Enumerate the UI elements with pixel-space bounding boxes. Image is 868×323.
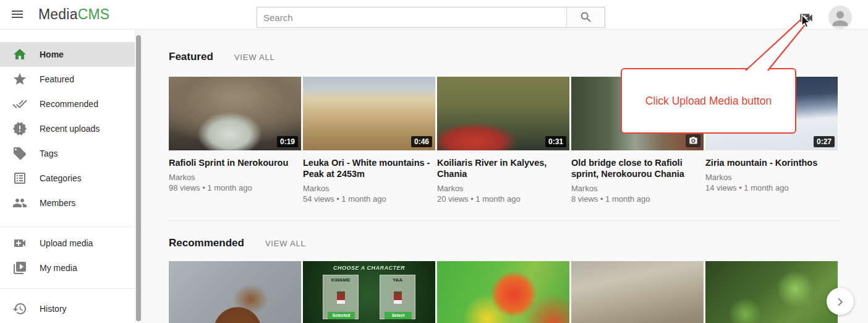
sidebar-item-home[interactable]: Home [0,42,135,67]
media-title[interactable]: Rafioli Sprint in Nerokourou [169,157,301,168]
video-thumbnail[interactable]: CHOOSE A CHARACTER KWAME Selected YAA Se… [303,261,435,323]
sidebar-item-my-media[interactable]: My media [0,256,135,280]
media-title[interactable]: Koiliaris River in Kalyves, Chania [437,157,569,179]
media-author[interactable]: Markos [169,172,301,183]
media-card[interactable]: 0:46 Leuka Ori - White mountains - Peak … [303,77,435,204]
callout-text: Click Upload Media button [645,95,772,108]
media-card[interactable]: CHOOSE A CHARACTER KWAME Selected YAA Se… [303,261,435,323]
sidebar-item-history[interactable]: History [0,296,135,321]
media-meta: 20 views • 1 month ago [437,194,569,204]
top-bar: MediaCMS [0,0,868,30]
video-thumbnail[interactable]: 0:19 [169,77,301,150]
featured-view-all-link[interactable]: VIEW ALL [234,53,275,62]
duration-badge: 0:19 [277,136,298,147]
sidebar-item-label: My media [40,263,77,273]
thumb-text: Select [385,312,412,319]
video-library-icon [12,261,27,275]
game-thumbnail-art: CHOOSE A CHARACTER KWAME Selected YAA Se… [303,261,435,323]
thumb-text: Selected [328,312,355,319]
video-thumbnail[interactable]: 0:31 [437,77,569,150]
character-sprite [394,291,402,304]
media-title[interactable]: Ziria mountain - Korinthos [705,157,838,168]
thumb-panel: YAA Select [380,275,415,319]
sidebar-main-group: Home Featured Recommended Recent uploads… [0,42,135,215]
sidebar-item-label: Home [40,50,64,59]
sidebar-item-label: Upload media [40,238,93,248]
video-thumbnail[interactable] [169,261,301,323]
media-author[interactable]: Markos [303,183,435,194]
media-meta: 98 views • 1 month ago [169,183,301,193]
section-title-featured: Featured [169,51,213,63]
sidebar-other-group: History [0,288,135,321]
media-meta: 8 views • 1 month ago [571,194,704,204]
character-sprite [337,291,345,304]
media-title[interactable]: Leuka Ori - White mountains - Peak at 24… [303,157,435,179]
logo-text-media: Media [38,6,78,22]
recommended-cards-row: CHOOSE A CHARACTER KWAME Selected YAA Se… [169,261,868,323]
video-call-icon [12,236,27,251]
thumb-text: KWAME [323,275,358,283]
search-button[interactable] [566,7,605,28]
media-meta: 54 views • 1 month ago [303,194,435,204]
chevron-right-icon [832,303,848,312]
section-title-recommended: Recommended [169,237,244,249]
video-thumbnail[interactable]: 0:46 [303,77,435,150]
media-card[interactable]: 0:19 Rafioli Sprint in Nerokourou Markos… [169,77,301,204]
sidebar-item-featured[interactable]: Featured [0,67,135,92]
tutorial-callout: Click Upload Media button [621,68,796,134]
thumb-text: CHOOSE A CHARACTER [303,261,435,271]
sidebar-item-categories[interactable]: Categories [0,166,135,191]
carousel-next-button[interactable] [827,288,854,315]
sidebar-item-label: Members [40,198,75,208]
star-icon [12,72,27,87]
video-thumbnail[interactable] [705,261,838,323]
sidebar-item-label: History [40,304,67,314]
thumb-panel: KWAME Selected [323,275,359,319]
sidebar: Home Featured Recommended Recent uploads… [0,30,135,323]
sidebar-item-recommended[interactable]: Recommended [0,92,135,116]
media-card[interactable] [437,261,569,323]
sidebar-item-label: Recommended [40,99,98,109]
menu-icon[interactable] [9,7,26,23]
sidebar-scrollbar-track [135,30,142,323]
media-author[interactable]: Markos [571,183,704,194]
sidebar-item-upload-media[interactable]: Upload media [0,231,135,256]
video-thumbnail[interactable] [571,261,704,323]
search-form [257,7,605,28]
duration-badge: 0:27 [814,136,835,147]
media-card[interactable]: 0:31 Koiliaris River in Kalyves, Chania … [437,77,569,204]
home-icon [12,47,27,62]
thumb-text: YAA [380,275,415,283]
media-author[interactable]: Markos [437,183,569,194]
upload-media-icon[interactable] [798,10,815,26]
done-all-icon [12,97,27,111]
members-icon [12,196,27,210]
sidebar-item-label: Recent uploads [40,124,100,134]
media-card[interactable] [169,261,301,323]
featured-section-header: Featured VIEW ALL [169,51,868,63]
tag-icon [12,146,27,161]
user-avatar[interactable] [828,6,852,29]
new-releases-icon [12,121,27,136]
history-icon [12,301,27,316]
camera-icon [686,134,700,147]
recommended-view-all-link[interactable]: VIEW ALL [265,239,306,248]
categories-icon [12,171,27,186]
section-divider [169,220,841,221]
logo-text-cms: CMS [78,6,110,22]
sidebar-media-group: Upload media My media [0,226,135,280]
sidebar-scrollbar-thumb[interactable] [136,35,141,321]
search-icon [579,17,593,26]
search-input[interactable] [257,7,567,28]
sidebar-item-recent-uploads[interactable]: Recent uploads [0,116,135,141]
media-author[interactable]: Markos [705,172,838,183]
media-title[interactable]: Old bridge close to Rafioli sprint, Nero… [571,157,704,179]
duration-badge: 0:31 [545,136,566,147]
media-card[interactable] [571,261,704,323]
media-card[interactable] [705,261,838,323]
app-logo[interactable]: MediaCMS [38,6,109,23]
sidebar-item-label: Tags [40,149,58,158]
video-thumbnail[interactable] [437,261,569,323]
sidebar-item-members[interactable]: Members [0,191,135,215]
sidebar-item-tags[interactable]: Tags [0,141,135,166]
